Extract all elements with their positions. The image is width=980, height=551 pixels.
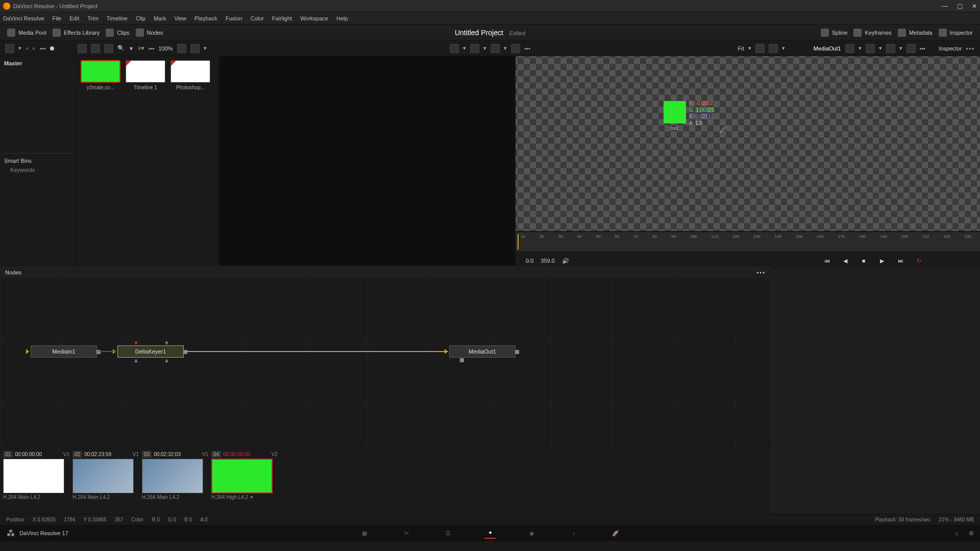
menu-fusion[interactable]: Fusion — [226, 15, 242, 21]
v2r-icon3[interactable] — [886, 44, 895, 53]
inspector-toggle[interactable]: Inspector — [939, 29, 973, 37]
v1-opt2-icon[interactable] — [190, 44, 200, 53]
viewer1-zoom[interactable]: 100% — [158, 45, 173, 52]
node-wire[interactable] — [98, 351, 116, 352]
viewer2-zoom[interactable]: Fit — [738, 45, 744, 52]
media-clip[interactable]: y2mate.co... — [81, 60, 120, 90]
stop-button[interactable]: ■ — [858, 255, 869, 266]
node-graph[interactable]: MediaIn1 ▼ ▼ DeltaKeyer1 ▲ ▲ MediaOut1 — [0, 279, 771, 447]
nodes-more-icon[interactable]: ••• — [756, 269, 766, 276]
filter-icon[interactable]: ▼ — [129, 45, 134, 52]
node-wire[interactable] — [185, 351, 448, 352]
v1c-icon1[interactable] — [450, 44, 459, 53]
viewer2-node-name[interactable]: MediaOut1 — [814, 45, 841, 52]
menu-app[interactable]: DaVinci Resolve — [3, 15, 44, 21]
nodes-toggle[interactable]: Nodes — [136, 29, 163, 37]
clip-thumb[interactable]: 0200:02:23:59V1H.264 Main L4.2 — [72, 451, 139, 500]
viewer-left[interactable] — [219, 56, 516, 290]
spline-toggle[interactable]: Spline — [821, 29, 848, 37]
menu-fairlight[interactable]: Fairlight — [272, 15, 292, 21]
effects-toggle[interactable]: Effects Library — [53, 29, 100, 37]
v1c-icon2[interactable] — [470, 44, 479, 53]
inspector-more-icon[interactable]: ••• — [966, 45, 975, 52]
menu-trim[interactable]: Trim — [87, 15, 99, 21]
chevron-down-icon[interactable]: ▾ — [18, 45, 21, 52]
minimize-button[interactable]: — — [942, 3, 948, 10]
clip-thumb[interactable]: 0100:00:00:00V1H.264 Main L4.2 — [3, 451, 69, 500]
sort-icon[interactable]: ≡▾ — [138, 45, 144, 52]
master-bin[interactable]: Master — [4, 60, 72, 66]
menu-color[interactable]: Color — [251, 15, 264, 21]
metadata-toggle[interactable]: Metadata — [898, 29, 933, 37]
search-icon[interactable]: 🔍 — [117, 45, 125, 52]
nav-fwd-icon[interactable]: ▸ — [33, 45, 36, 52]
time-current: 0.0 — [526, 258, 533, 264]
nodes-header: Nodes — [5, 269, 21, 276]
nav-back-icon[interactable]: ◂ — [26, 45, 29, 52]
keywords-bin[interactable]: Keywords — [4, 167, 72, 173]
thumb-view-icon[interactable] — [91, 44, 100, 53]
v1-opt1-icon[interactable] — [177, 44, 186, 53]
v1-chevron-icon[interactable]: ▾ — [204, 45, 207, 52]
audio-icon[interactable]: 🔊 — [562, 258, 569, 264]
clip-thumb[interactable]: 0300:02:32:03V1H.264 Main L4.2 — [142, 451, 208, 500]
page-deliver-icon[interactable]: 🚀 — [610, 528, 621, 539]
media-clip[interactable]: Photoshop... — [170, 60, 210, 90]
v1c-more-icon[interactable]: ••• — [524, 45, 530, 52]
menu-workspace[interactable]: Workspace — [300, 15, 328, 21]
menu-view[interactable]: View — [174, 15, 186, 21]
page-color-icon[interactable]: ◉ — [526, 528, 537, 539]
node-deltakeyer[interactable]: ▼ ▼ DeltaKeyer1 ▲ ▲ — [117, 345, 184, 358]
media-clip[interactable]: Timeline 1 — [126, 60, 165, 90]
strip-view-icon[interactable] — [104, 44, 113, 53]
page-cut-icon[interactable]: ✂ — [401, 528, 412, 539]
clips-toggle[interactable]: Clips — [106, 29, 129, 37]
first-frame-button[interactable]: ⏮ — [821, 255, 832, 266]
keyframes-icon — [853, 29, 862, 37]
bin-view-icon[interactable] — [5, 44, 14, 53]
eyedropper-icon[interactable] — [720, 127, 727, 134]
time-ruler[interactable]: 1020304050607080901001101201301401501601… — [516, 232, 980, 252]
v2r-more-icon[interactable]: ••• — [920, 45, 926, 52]
menu-edit[interactable]: Edit — [69, 15, 79, 21]
mediapool-toggle[interactable]: Media Pool — [7, 29, 46, 37]
maximize-button[interactable]: ▢ — [957, 3, 963, 10]
node-mediaout[interactable]: MediaOut1 — [449, 345, 516, 358]
loop-button[interactable]: ↻ — [913, 255, 924, 266]
menu-help[interactable]: Help — [336, 15, 348, 21]
page-fairlight-icon[interactable]: ♪ — [568, 528, 579, 539]
inspector-icon — [939, 29, 947, 37]
menu-file[interactable]: File — [53, 15, 62, 21]
v2r-icon1[interactable] — [845, 44, 854, 53]
page-media-icon[interactable]: ▦ — [359, 528, 370, 539]
menu-clip[interactable]: Clip — [136, 15, 145, 21]
node-mediain[interactable]: MediaIn1 — [31, 345, 97, 358]
home-icon[interactable]: ⌂ — [955, 530, 959, 537]
spline-icon — [821, 29, 829, 37]
menu-playback[interactable]: Playback — [194, 15, 217, 21]
step-back-button[interactable]: ◀ — [840, 255, 851, 266]
page-fusion-icon[interactable]: ✦ — [484, 528, 496, 539]
status-bar: Position X 0.928251784 Y 0.33865367 Colo… — [0, 514, 980, 525]
v2r-icon4[interactable] — [906, 44, 916, 53]
menu-mark[interactable]: Mark — [154, 15, 166, 21]
menu-timeline[interactable]: Timeline — [107, 15, 128, 21]
dots-icon[interactable]: ••• — [40, 45, 46, 52]
v2r-icon2[interactable] — [866, 44, 875, 53]
clip-thumb[interactable]: 0400:00:00:00V2H.264 High L4.2 ✦ — [211, 451, 278, 500]
v1c-icon3[interactable] — [491, 44, 500, 53]
v2-opt2-icon[interactable] — [769, 44, 778, 53]
more-icon[interactable]: ••• — [149, 45, 155, 52]
keyframes-toggle[interactable]: Keyframes — [853, 29, 892, 37]
viewer-right[interactable]: R: -0.0002 G: 1.00325 B: 0.02111 A: 1.0 … — [516, 56, 980, 232]
v2-opt1-icon[interactable] — [755, 44, 765, 53]
svg-point-1 — [9, 530, 12, 533]
last-frame-button[interactable]: ⏭ — [895, 255, 906, 266]
settings-icon[interactable]: ⚙ — [969, 530, 974, 537]
close-button[interactable]: ✕ — [972, 3, 977, 10]
play-button[interactable]: ▶ — [876, 255, 888, 266]
page-edit-icon[interactable]: ☰ — [443, 528, 454, 539]
list-view-icon[interactable] — [78, 44, 87, 53]
sample-dim: 1x1 — [671, 126, 678, 131]
v1c-icon4[interactable] — [511, 44, 520, 53]
